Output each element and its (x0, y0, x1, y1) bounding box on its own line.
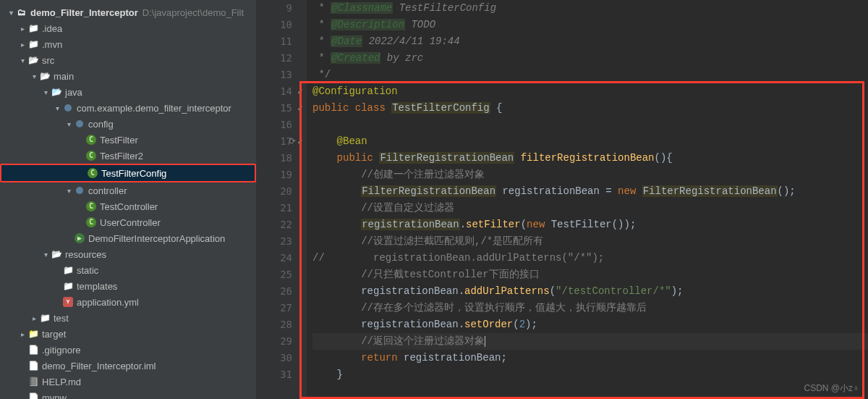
tree-label: .mvn (42, 39, 62, 50)
tree-node-usercontroller[interactable]: CUserController (0, 214, 256, 230)
tree-node-demo-filter-interceptor-iml[interactable]: demo_Filter_Interceptor.iml (0, 358, 256, 374)
code-line[interactable]: FilterRegistrationBean registrationBean … (312, 183, 868, 200)
tree-node-com-example-demo-filter-interceptor[interactable]: ▾com.example.demo_filter_interceptor (0, 100, 256, 116)
code-area[interactable]: * @Classname TestFilterConfig * @Descrip… (307, 0, 868, 399)
tree-node-resources[interactable]: ▾resources (0, 246, 256, 262)
line-number: 17 (256, 133, 292, 150)
code-line[interactable]: // registrationBean.addUrlPatterns("/*")… (312, 250, 868, 266)
project-icon: 🗂 (16, 7, 27, 18)
line-number: 9 (256, 0, 292, 17)
expand-arrow[interactable]: ▾ (52, 104, 62, 112)
code-line[interactable]: //创建一个注册过滤器对象 (312, 167, 868, 183)
line-number: 14 (256, 83, 292, 100)
code-line[interactable]: //返回这个注册过滤器对象 (312, 333, 868, 350)
code-line[interactable]: @Bean (312, 133, 868, 150)
tree-node-testfilter[interactable]: CTestFilter (0, 132, 256, 148)
code-line[interactable]: } (312, 366, 868, 383)
folder-icon (27, 22, 39, 34)
expand-arrow[interactable]: ▾ (41, 88, 51, 96)
tree-node-java[interactable]: ▾java (0, 84, 256, 100)
code-line[interactable]: public class TestFilterConfig { (312, 100, 868, 117)
line-number: 31 (256, 366, 292, 383)
expand-arrow[interactable]: ▸ (17, 41, 27, 49)
expand-arrow[interactable]: ▸ (29, 314, 39, 322)
tree-node-config[interactable]: ▾config (0, 116, 256, 132)
tree-label: com.example.demo_filter_interceptor (77, 103, 231, 114)
tree-node-main[interactable]: ▾main (0, 68, 256, 84)
line-number: 30 (256, 350, 292, 366)
code-line[interactable]: registrationBean.setOrder(2); (312, 316, 868, 333)
tree-node-templates[interactable]: templates (0, 278, 256, 294)
selection-highlight: CTestFilterConfig (0, 164, 256, 182)
tree-label: resources (65, 249, 106, 260)
line-number: 13 (256, 67, 292, 83)
folder-open-icon (51, 86, 62, 98)
code-line[interactable]: * @Description TODO (312, 17, 868, 33)
markdown-icon (27, 376, 39, 387)
tree-node--gitignore[interactable]: .gitignore (0, 342, 256, 358)
code-line[interactable]: * @Date 2022/4/11 19:44 (312, 33, 868, 50)
expand-arrow[interactable]: ▾ (64, 120, 74, 128)
tree-label: UserController (100, 217, 161, 228)
tree-node-src[interactable]: ▾src (0, 52, 256, 68)
code-line[interactable]: * @Classname TestFilterConfig (312, 0, 868, 17)
code-line[interactable]: //只拦截testController下面的接口 (312, 266, 868, 283)
line-number: 28 (256, 316, 292, 333)
class-icon: C (85, 150, 97, 161)
line-number: 16 (256, 117, 292, 133)
code-line[interactable]: registrationBean.addUrlPatterns("/testCo… (312, 283, 868, 300)
tree-label: TestController (100, 201, 158, 212)
code-line[interactable]: //存在多个过滤器时，设置执行顺序，值越大，执行顺序越靠后 (312, 300, 868, 316)
tree-node--mvn[interactable]: ▸.mvn (0, 36, 256, 52)
code-line[interactable]: * @Created by zrc (312, 50, 868, 67)
code-line[interactable]: registrationBean.setFilter(new TestFilte… (312, 217, 868, 233)
gutter-mark-icon[interactable] (295, 103, 305, 113)
tree-node-target[interactable]: ▸target (0, 326, 256, 342)
tree-node-help-md[interactable]: HELP.md (0, 374, 256, 390)
expand-arrow[interactable]: ▸ (17, 25, 27, 33)
expand-arrow[interactable]: ▾ (29, 72, 39, 80)
tree-node-demo-filter-interceptor[interactable]: ▾🗂demo_Filter_InterceptorD:\javaproject\… (0, 4, 256, 20)
tree-node--idea[interactable]: ▸.idea (0, 20, 256, 36)
project-tree[interactable]: ▾🗂demo_Filter_InterceptorD:\javaproject\… (0, 0, 256, 399)
code-editor[interactable]: 9101112131415161718192021222324252627282… (256, 0, 868, 399)
folder-icon (27, 38, 39, 50)
folder-open-icon (39, 70, 51, 82)
code-line[interactable]: //设置自定义过滤器 (312, 200, 868, 217)
gutter-mark-icon[interactable] (285, 136, 307, 146)
tree-node-application-yml[interactable]: Yapplication.yml (0, 294, 256, 310)
tree-node-test[interactable]: ▸test (0, 310, 256, 326)
code-line[interactable]: */ (312, 67, 868, 83)
tree-node-static[interactable]: static (0, 262, 256, 278)
line-number: 29 (256, 333, 292, 350)
expand-arrow[interactable]: ▸ (17, 330, 27, 338)
tree-node-testfilter2[interactable]: CTestFilter2 (0, 148, 256, 164)
tree-label: main (54, 71, 74, 82)
tree-label: templates (77, 281, 117, 292)
tree-label: java (65, 87, 82, 98)
tree-node-controller[interactable]: ▾controller (0, 182, 256, 198)
expand-arrow[interactable]: ▾ (6, 9, 16, 17)
tree-node-testcontroller[interactable]: CTestController (0, 198, 256, 214)
tree-label: DemoFilterInterceptorApplication (88, 233, 225, 244)
code-line[interactable]: return registrationBean; (312, 350, 868, 366)
code-line[interactable] (312, 117, 868, 133)
expand-arrow[interactable]: ▾ (17, 56, 27, 64)
code-line[interactable]: @Configuration (312, 83, 868, 100)
expand-arrow[interactable]: ▾ (41, 251, 51, 259)
line-number: 24 (256, 250, 292, 266)
gutter-mark-icon[interactable] (295, 86, 305, 96)
tree-label: demo_Filter_Interceptor.iml (42, 361, 156, 371)
tree-label: src (42, 55, 54, 66)
tree-label: TestFilter2 (100, 151, 143, 161)
tree-node-mvnw[interactable]: mvnw (0, 390, 256, 399)
tree-label: TestFilter (100, 135, 138, 146)
code-line[interactable]: public FilterRegistrationBean filterRegi… (312, 150, 868, 167)
class-icon: C (85, 217, 97, 228)
expand-arrow[interactable]: ▾ (64, 187, 74, 195)
code-line[interactable]: //设置过滤拦截匹配规则,/*是匹配所有 (312, 233, 868, 250)
tree-node-testfilterconfig[interactable]: CTestFilterConfig (1, 165, 255, 181)
folder-icon (62, 264, 74, 276)
tree-node-demofilterinterceptorapplication[interactable]: ▶DemoFilterInterceptorApplication (0, 230, 256, 246)
line-number: 23 (256, 233, 292, 250)
